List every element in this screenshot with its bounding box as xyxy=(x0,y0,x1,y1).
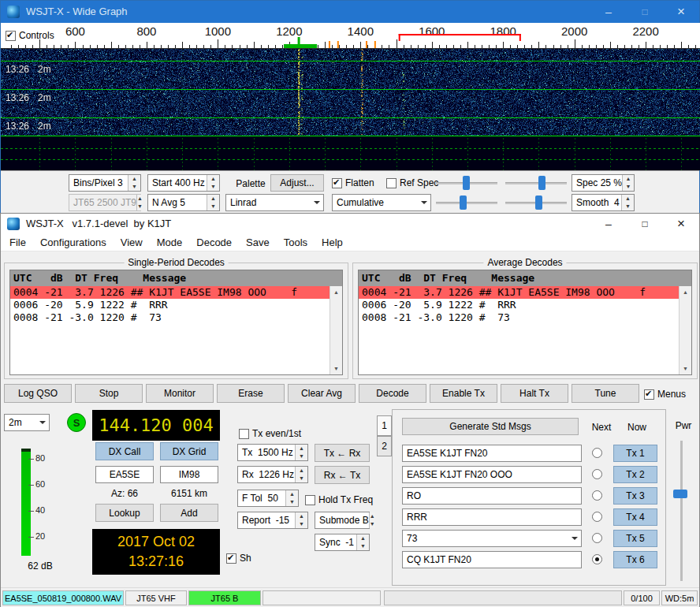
tx2-message-field[interactable]: EA5SE K1JT FN20 OOO xyxy=(402,466,582,483)
monitor-button[interactable]: Monitor xyxy=(146,384,214,403)
tx2-radio[interactable] xyxy=(592,469,602,479)
tune-button[interactable]: Tune xyxy=(572,384,639,403)
waterfall-zero-slider[interactable] xyxy=(505,174,567,192)
spec-percent-spinner[interactable]: Spec 25 % xyxy=(572,174,635,192)
scrollbar[interactable] xyxy=(679,286,691,374)
spectrum-zero-slider[interactable] xyxy=(505,194,567,211)
tx6-radio[interactable] xyxy=(592,554,602,564)
waterfall[interactable]: 13:26 2m 13:26 2m 13:26 2m xyxy=(1,49,700,170)
menu-save[interactable]: Save xyxy=(239,234,277,251)
band-select-combo[interactable]: 2m xyxy=(4,414,50,431)
spinner-arrows-icon[interactable] xyxy=(207,175,219,191)
menus-checkbox[interactable]: Menus xyxy=(644,387,686,401)
minimize-icon[interactable] xyxy=(590,1,627,23)
spinner-arrows-icon[interactable] xyxy=(128,175,140,191)
scroll-down-icon[interactable] xyxy=(680,363,691,374)
scroll-up-icon[interactable] xyxy=(680,286,691,298)
close-icon[interactable] xyxy=(663,1,699,23)
freq-ruler-canvas[interactable] xyxy=(1,23,700,48)
enable-tx-button[interactable]: Enable Tx xyxy=(430,384,497,403)
spinner-arrows-icon[interactable] xyxy=(356,534,369,550)
flatten-checkbox[interactable]: Flatten xyxy=(332,176,374,190)
pwr-slider-groove[interactable] xyxy=(680,441,683,581)
decode-button[interactable]: Decode xyxy=(359,384,426,403)
spinner-arrows-icon[interactable] xyxy=(295,512,307,528)
smooth-spinner[interactable]: Smooth 4 xyxy=(572,194,635,211)
waterfall-gain-slider[interactable] xyxy=(436,174,497,192)
waterfall-canvas[interactable] xyxy=(1,49,700,170)
tx6-message-field[interactable]: CQ K1JT FN20 xyxy=(402,551,582,568)
slider-handle[interactable] xyxy=(463,176,470,190)
scroll-up-icon[interactable] xyxy=(330,286,342,298)
tx1-radio[interactable] xyxy=(592,448,602,458)
tx-even-checkbox[interactable]: Tx even/1st xyxy=(239,426,301,441)
palette-adjust-button[interactable]: Adjust... xyxy=(270,174,324,192)
stop-button[interactable]: Stop xyxy=(75,384,143,403)
minimize-icon[interactable] xyxy=(590,214,627,234)
tx2-button[interactable]: Tx 2 xyxy=(613,466,657,483)
menu-mode[interactable]: Mode xyxy=(150,234,190,251)
pwr-slider-handle[interactable] xyxy=(673,490,687,498)
dx-call-button[interactable]: DX Call xyxy=(95,442,154,460)
decode-row[interactable]: 0008 -21 -3.0 1220 # 73 xyxy=(359,311,679,324)
spinner-arrows-icon[interactable] xyxy=(295,467,307,482)
display-mode-combo[interactable]: Cumulative xyxy=(332,194,431,211)
tx3-button[interactable]: Tx 3 xyxy=(613,487,657,505)
wide-graph-titlebar[interactable]: WSJT-X - Wide Graph xyxy=(1,1,699,23)
menu-file[interactable]: File xyxy=(2,234,33,251)
slider-handle[interactable] xyxy=(538,176,545,190)
spectrum-gain-slider[interactable] xyxy=(436,194,497,211)
add-button[interactable]: Add xyxy=(160,504,218,522)
tx5-radio[interactable] xyxy=(592,533,602,543)
dx-grid-button[interactable]: DX Grid xyxy=(160,442,218,460)
tx-from-rx-button[interactable]: Tx ← Rx xyxy=(315,444,370,462)
slider-handle[interactable] xyxy=(460,196,467,210)
menu-tools[interactable]: Tools xyxy=(277,234,315,251)
tx1-message-field[interactable]: EA5SE K1JT FN20 xyxy=(402,445,582,462)
bins-per-pixel-spinner[interactable]: Bins/Pixel 3 xyxy=(69,174,141,192)
palette-combo[interactable]: Linrad xyxy=(225,194,324,211)
n-avg-spinner[interactable]: N Avg 5 xyxy=(147,194,220,211)
tx6-button[interactable]: Tx 6 xyxy=(613,551,657,568)
start-freq-spinner[interactable]: Start 400 Hz xyxy=(147,174,220,192)
spinner-arrows-icon[interactable] xyxy=(295,445,307,460)
tab-1[interactable]: 1 xyxy=(377,415,392,436)
spinner-arrows-icon[interactable] xyxy=(622,175,634,191)
decode-row[interactable]: 0006 -20 5.9 1222 # RRR xyxy=(359,299,679,311)
sync-spinner[interactable]: Sync -1 xyxy=(315,534,370,551)
spinner-arrows-icon[interactable] xyxy=(621,195,634,210)
frequency-ruler[interactable]: Controls 6008001000120014001600180020002… xyxy=(1,23,700,49)
decode-row[interactable]: 0008 -21 -3.0 1220 # 73 xyxy=(10,311,330,324)
rx-freq-spinner[interactable]: Rx 1226 Hz xyxy=(237,466,308,483)
scrollbar[interactable] xyxy=(330,286,342,374)
tx4-radio[interactable] xyxy=(592,512,602,522)
tx4-button[interactable]: Tx 4 xyxy=(613,508,657,526)
tx3-radio[interactable] xyxy=(592,490,602,501)
sh-checkbox[interactable]: Sh xyxy=(226,551,251,565)
halt-tx-button[interactable]: Halt Tx xyxy=(501,384,568,403)
maximize-icon[interactable] xyxy=(627,214,663,234)
tx3-message-field[interactable]: RO xyxy=(402,487,582,505)
decode-list[interactable]: 0004 -21 3.7 1226 ## K1JT EA5SE IM98 OOO… xyxy=(10,286,330,374)
tx5-message-combo[interactable]: 73 xyxy=(402,530,582,547)
submode-spinner[interactable]: Submode B xyxy=(315,512,370,529)
menu-decode[interactable]: Decode xyxy=(189,234,239,251)
f-tol-spinner[interactable]: F Tol 50 xyxy=(237,490,299,507)
tx1-button[interactable]: Tx 1 xyxy=(613,445,657,462)
menu-view[interactable]: View xyxy=(114,234,150,251)
tx4-message-field[interactable]: RRR xyxy=(402,508,582,526)
close-icon[interactable] xyxy=(663,214,699,234)
tx5-button[interactable]: Tx 5 xyxy=(613,530,657,547)
menu-configurations[interactable]: Configurations xyxy=(33,234,114,251)
decode-list[interactable]: 0004 -21 3.7 1226 ## K1JT EA5SE IM98 OOO… xyxy=(359,286,679,374)
generate-std-msgs-button[interactable]: Generate Std Msgs xyxy=(402,418,579,435)
decode-row[interactable]: 0004 -21 3.7 1226 ## K1JT EA5SE IM98 OOO… xyxy=(359,286,679,299)
dx-call-field[interactable]: EA5SE xyxy=(95,466,154,483)
spinner-arrows-icon[interactable] xyxy=(369,512,375,528)
clear-avg-button[interactable]: Clear Avg xyxy=(288,384,356,403)
dx-grid-field[interactable]: IM98 xyxy=(160,466,218,483)
tx-freq-spinner[interactable]: Tx 1500 Hz xyxy=(237,444,308,461)
decode-row[interactable]: 0006 -20 5.9 1222 # RRR xyxy=(10,299,330,311)
ref-spec-checkbox[interactable]: Ref Spec xyxy=(386,176,438,190)
main-titlebar[interactable]: WSJT-X v1.7.1-devel by K1JT xyxy=(1,214,699,234)
